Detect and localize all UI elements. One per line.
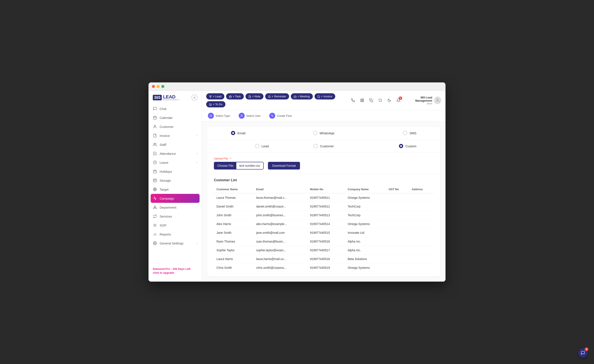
phone-icon-btn[interactable] <box>350 97 356 104</box>
lead-icon <box>209 95 212 98</box>
lead-radio-circle <box>255 144 259 148</box>
sms-radio-circle <box>403 131 407 135</box>
sidebar-item-staff[interactable]: Staff <box>148 140 202 149</box>
cell-email: alex.harris@example... <box>254 220 307 228</box>
cell-gst <box>386 237 409 246</box>
sidebar-label-leave: Leave <box>160 161 194 164</box>
sub-item-select-type[interactable]: Select Type <box>206 112 232 119</box>
invoice-arrow: › <box>196 134 197 137</box>
svg-rect-35 <box>294 96 296 98</box>
close-dot[interactable] <box>152 85 155 88</box>
sidebar-item-holidays[interactable]: Holidays <box>148 167 202 176</box>
invoice-button[interactable]: + Invoice <box>315 93 335 99</box>
custom-radio[interactable]: Custom <box>399 144 416 148</box>
user-info[interactable]: 365 Lead Management Store <box>404 96 441 105</box>
sidebar-item-department[interactable]: Department <box>148 203 202 212</box>
reminder-icon <box>268 95 271 98</box>
logo-icon: 365 <box>153 95 162 100</box>
content-area: Email WhatsApp SMS <box>202 121 446 282</box>
sidebar-item-attendance[interactable]: Attendance › <box>148 149 202 158</box>
sidebar-item-services[interactable]: Services <box>148 212 202 221</box>
whatsapp-radio[interactable]: WhatsApp <box>313 131 334 135</box>
cell-email: daniel.smith@corpor... <box>254 202 307 211</box>
sub-label-select-user: Select User <box>246 114 261 117</box>
cell-address <box>409 264 433 272</box>
toolbar-right: 0 365 Lead Management Store <box>350 96 441 105</box>
reminder-button[interactable]: + Reminder <box>265 93 289 99</box>
cell-mobile: 919977445511 <box>307 193 345 202</box>
sidebar-item-invoice[interactable]: Invoice › <box>148 131 202 140</box>
sms-radio[interactable]: SMS <box>403 131 416 135</box>
note-button[interactable]: + Note <box>245 93 263 99</box>
cell-gst <box>386 264 409 272</box>
sidebar-item-calendar[interactable]: Calendar <box>148 113 202 122</box>
upgrade-section[interactable]: Diamond Pro : 335 Days Left click to upg… <box>148 264 202 278</box>
select-user-icon <box>239 113 245 119</box>
cell-company: Omega Systems <box>345 193 386 202</box>
customer-radio[interactable]: Customer <box>313 144 334 148</box>
sidebar-item-customer[interactable]: Customer <box>148 122 202 131</box>
table-row: Chris Smithchris.smith@corpora...9199774… <box>214 264 433 272</box>
settings-badge[interactable]: ⊙ <box>191 95 197 100</box>
svg-point-15 <box>155 206 155 207</box>
meeting-button[interactable]: + Meeting <box>291 93 313 99</box>
sub-toolbar: Select Type Select User Create Flow <box>202 110 446 121</box>
sidebar-item-sop[interactable]: SOP <box>148 221 202 230</box>
col-email: Email <box>254 185 307 193</box>
minimize-dot[interactable] <box>157 85 160 88</box>
svg-rect-40 <box>371 100 373 102</box>
sidebar-label-department: Department <box>160 205 197 209</box>
sidebar-item-reports[interactable]: Reports <box>148 230 202 239</box>
download-format-button[interactable]: Download Format <box>268 162 300 170</box>
lead-target-label: Lead <box>262 144 269 148</box>
sidebar-item-storage[interactable]: Storage <box>148 176 202 185</box>
sidebar-label-chat: Chat <box>160 107 197 111</box>
svg-point-29 <box>155 243 155 244</box>
table-row: John Smithjohn.smith@busines...919977445… <box>214 211 433 220</box>
notification-btn[interactable]: 0 <box>395 97 401 104</box>
copy-icon-btn[interactable] <box>368 97 374 104</box>
task-button[interactable]: + Task <box>226 93 244 99</box>
cell-name: John Smith <box>214 211 254 220</box>
lead-radio[interactable]: Lead <box>255 144 269 148</box>
cell-email: jane.smith@mail.com <box>254 228 307 237</box>
choose-file-button[interactable]: Choose File <box>214 162 236 169</box>
sidebar-item-campaign[interactable]: Campaign <box>151 194 200 203</box>
search-icon-btn[interactable] <box>377 97 383 104</box>
sub-item-create-flow[interactable]: Create Flow <box>268 112 294 119</box>
email-radio[interactable]: Email <box>231 131 245 135</box>
cell-company: Innovate Ltd. <box>345 228 386 237</box>
create-flow-icon <box>269 113 275 119</box>
invoice-icon <box>153 133 157 138</box>
lead-button[interactable]: + Lead <box>206 93 224 99</box>
user-name: 365 Lead Management <box>404 96 432 102</box>
user-store: Store <box>404 102 432 105</box>
table-row: Sophie Taylorsophie.taylor@exam...919977… <box>214 246 433 255</box>
sidebar-label-storage: Storage <box>160 179 197 182</box>
staff-icon <box>153 142 157 147</box>
sidebar-item-target[interactable]: Target <box>148 185 202 194</box>
user-avatar[interactable] <box>434 97 441 104</box>
sidebar-item-general-settings[interactable]: General Settings › <box>148 239 202 248</box>
cell-mobile: 919977445516 <box>307 237 345 246</box>
email-radio-group: Email <box>214 131 293 135</box>
floating-chat-button[interactable]: 0 <box>578 348 587 357</box>
sidebar-item-chat[interactable]: Chat <box>148 104 202 113</box>
grid-icon-btn[interactable] <box>359 97 365 104</box>
sidebar-item-leave[interactable]: Leave › <box>148 158 202 167</box>
upgrade-text[interactable]: Diamond Pro : 335 Days Left click to upg… <box>153 267 197 275</box>
maximize-dot[interactable] <box>161 85 164 88</box>
moon-icon-btn[interactable] <box>386 97 392 104</box>
table-row: Jane Smithjane.smith@mail.com91997744551… <box>214 228 433 237</box>
top-toolbar: + Lead + Task + Note <box>202 91 446 110</box>
sidebar-label-general-settings: General Settings <box>160 241 194 245</box>
cell-mobile: 919977445514 <box>307 220 345 228</box>
sidebar-label-holidays: Holidays <box>160 170 197 173</box>
file-input-wrapper: Choose File test number.csv <box>214 162 264 170</box>
svg-rect-39 <box>362 101 364 102</box>
svg-point-17 <box>153 208 155 209</box>
todo-button[interactable]: + To Do <box>206 101 225 107</box>
sub-item-select-user[interactable]: Select User <box>237 112 262 119</box>
email-radio-circle <box>231 131 235 135</box>
customer-icon <box>153 125 157 129</box>
